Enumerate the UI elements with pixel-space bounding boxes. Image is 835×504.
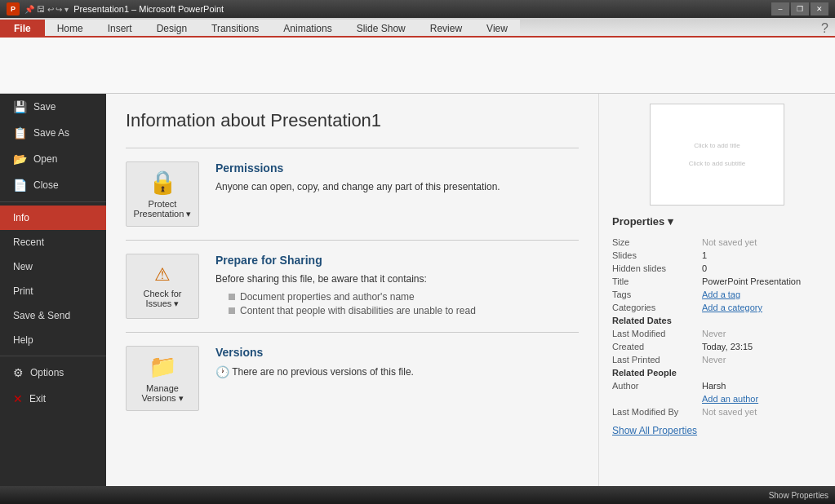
slides-value: 1	[702, 249, 822, 262]
manage-versions-button[interactable]: 📁 ManageVersions ▾	[126, 346, 199, 411]
tab-slideshow[interactable]: Slide Show	[344, 20, 418, 36]
prop-row-tags: Tags Add a tag	[612, 288, 822, 301]
tab-insert[interactable]: Insert	[95, 20, 144, 36]
last-modified-value: Never	[702, 327, 822, 340]
sidebar-item-info[interactable]: Info	[0, 206, 106, 230]
show-all-properties-link[interactable]: Show All Properties	[612, 425, 697, 436]
close-icon: 📄	[13, 179, 27, 192]
versions-desc: 🕐 There are no previous versions of this…	[215, 364, 579, 381]
author-value: Harsh	[702, 379, 822, 392]
sidebar-label-savesend: Save & Send	[13, 310, 70, 321]
sharing-list-item-2: Content that people with disabilities ar…	[229, 305, 579, 316]
prop-row-slides: Slides 1	[612, 249, 822, 262]
sidebar-item-close[interactable]: 📄 Close	[0, 172, 106, 198]
tab-transitions[interactable]: Transitions	[199, 20, 271, 36]
properties-header[interactable]: Properties ▾	[612, 215, 822, 228]
add-author-value[interactable]: Add an author	[702, 392, 822, 405]
help-icon[interactable]: ?	[815, 21, 835, 36]
sidebar-label-new: New	[13, 261, 33, 272]
sidebar-item-new[interactable]: New	[0, 254, 106, 279]
tab-review[interactable]: Review	[418, 20, 474, 36]
sharing-content: Prepare for Sharing Before sharing this …	[215, 254, 579, 319]
sidebar-item-open[interactable]: 📂 Open	[0, 146, 106, 172]
permissions-title: Permissions	[215, 161, 579, 175]
modified-by-value: Not saved yet	[702, 405, 822, 418]
tab-file[interactable]: File	[0, 20, 45, 36]
protect-presentation-button[interactable]: 🔒 ProtectPresentation ▾	[126, 161, 199, 227]
permissions-section: 🔒 ProtectPresentation ▾ Permissions Anyo…	[126, 148, 579, 240]
tags-label: Tags	[612, 288, 702, 301]
sidebar-item-options[interactable]: ⚙ Options	[0, 360, 106, 386]
sidebar-label-save: Save	[33, 101, 56, 113]
last-printed-label: Last Printed	[612, 353, 702, 366]
sidebar-item-recent[interactable]: Recent	[0, 230, 106, 254]
open-icon: 📂	[13, 153, 27, 166]
author-label: Author	[612, 379, 702, 392]
tab-animations[interactable]: Animations	[271, 20, 344, 36]
sidebar-item-savesend[interactable]: Save & Send	[0, 303, 106, 328]
check-issues-button[interactable]: ⚠ Check forIssues ▾	[126, 254, 199, 319]
prop-row-last-printed: Last Printed Never	[612, 353, 822, 366]
last-modified-label: Last Modified	[612, 327, 702, 340]
content-area: Information about Presentation1 🔒 Protec…	[106, 94, 598, 504]
sharing-desc: Before sharing this file, be aware that …	[215, 272, 579, 286]
tab-home[interactable]: Home	[45, 20, 95, 36]
tab-view[interactable]: View	[474, 20, 520, 36]
versions-icon: 📁	[149, 353, 177, 380]
created-label: Created	[612, 340, 702, 353]
categories-value[interactable]: Add a category	[702, 301, 822, 314]
title-bar: P 📌 🖫 ↩ ↪ ▾ Presentation1 – Microsoft Po…	[0, 0, 835, 18]
sidebar-label-open: Open	[33, 153, 57, 165]
sidebar-label-help: Help	[13, 334, 33, 346]
app-icon: P	[7, 2, 20, 15]
minimize-button[interactable]: –	[771, 2, 789, 15]
window-controls[interactable]: – ❐ ✕	[771, 2, 828, 15]
permissions-desc: Anyone can open, copy, and change any pa…	[215, 179, 579, 194]
sidebar-item-print[interactable]: Print	[0, 279, 106, 303]
tags-value[interactable]: Add a tag	[702, 288, 822, 301]
related-dates-header: Related Dates	[612, 314, 822, 327]
preview-slide-content: Click to add titleClick to add subtitle	[651, 104, 784, 205]
permissions-content: Permissions Anyone can open, copy, and c…	[215, 161, 579, 199]
versions-section: 📁 ManageVersions ▾ Versions 🕐 There are …	[126, 332, 579, 424]
title-bar-left: P 📌 🖫 ↩ ↪ ▾ Presentation1 – Microsoft Po…	[7, 2, 224, 15]
sidebar-item-save[interactable]: 💾 Save	[0, 94, 106, 120]
sidebar-item-exit[interactable]: ✕ Exit	[0, 386, 106, 412]
prop-row-add-author: Add an author	[612, 392, 822, 405]
window-title: Presentation1 – Microsoft PowerPoint	[73, 4, 224, 14]
bullet-icon-1	[229, 294, 235, 300]
protect-label: ProtectPresentation ▾	[134, 199, 192, 219]
saveas-icon: 📋	[13, 126, 27, 139]
sidebar-label-info: Info	[13, 212, 29, 223]
sidebar-label-recent: Recent	[13, 237, 44, 248]
title-prop-value: PowerPoint Presentation	[702, 275, 822, 288]
page-title: Information about Presentation1	[126, 110, 579, 131]
exit-icon: ✕	[13, 392, 23, 405]
bullet-icon-2	[229, 307, 235, 314]
title-prop-label: Title	[612, 275, 702, 288]
prop-row-created: Created Today, 23:15	[612, 340, 822, 353]
sidebar-label-close: Close	[33, 179, 59, 191]
prop-row-last-modified: Last Modified Never	[612, 327, 822, 340]
sidebar-divider-2	[0, 356, 106, 356]
sidebar-item-help[interactable]: Help	[0, 328, 106, 352]
prop-row-modified-by: Last Modified By Not saved yet	[612, 405, 822, 418]
hidden-value: 0	[702, 262, 822, 275]
tab-design[interactable]: Design	[144, 20, 199, 36]
ribbon-tabs: File Home Insert Design Transitions Anim…	[0, 18, 835, 36]
restore-button[interactable]: ❐	[791, 2, 809, 15]
properties-title: Properties ▾	[612, 215, 673, 228]
categories-label: Categories	[612, 301, 702, 314]
protect-icon: 🔒	[149, 169, 177, 196]
versions-content: Versions 🕐 There are no previous version…	[215, 346, 579, 386]
size-label: Size	[612, 236, 702, 249]
right-panel: Click to add titleClick to add subtitle …	[598, 94, 835, 504]
sharing-section: ⚠ Check forIssues ▾ Prepare for Sharing …	[126, 240, 579, 332]
prop-row-author: Author Harsh	[612, 379, 822, 392]
sidebar-item-saveas[interactable]: 📋 Save As	[0, 120, 106, 146]
sharing-list: Document properties and author's name Co…	[215, 291, 579, 316]
prop-row-size: Size Not saved yet	[612, 236, 822, 249]
sidebar-label-print: Print	[13, 285, 33, 297]
close-button[interactable]: ✕	[811, 2, 828, 15]
taskbar: Show Properties	[0, 486, 835, 504]
